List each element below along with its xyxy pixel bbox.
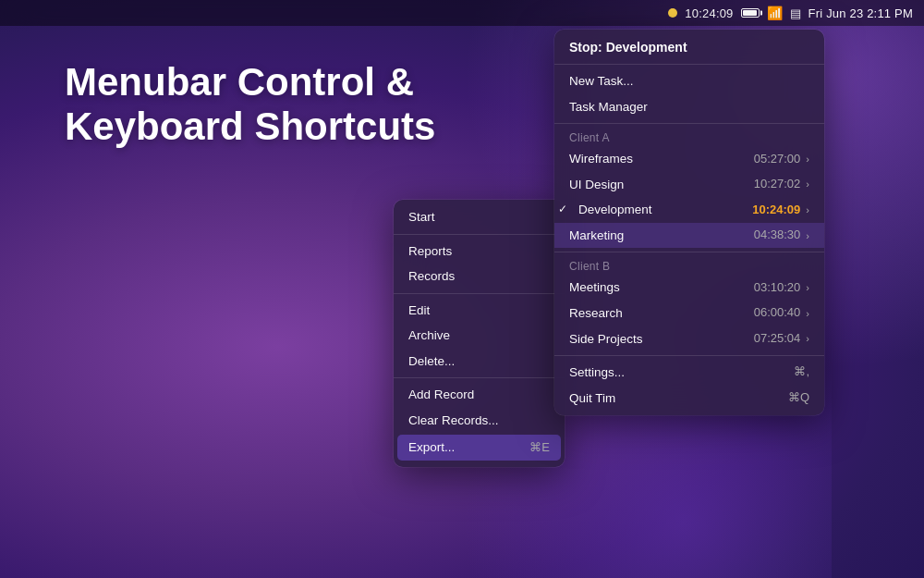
control-center-icon: ▤ [790, 6, 801, 20]
client-a-header: Client A [554, 128, 824, 146]
wireframes-arrow: › [806, 153, 809, 166]
quit-shortcut: ⌘Q [788, 390, 809, 406]
menu-item-side-projects[interactable]: Side Projects 07:25:04 › [554, 326, 824, 352]
menu-item-start-label: Start [408, 209, 550, 226]
divider-3 [394, 377, 565, 378]
divider-2 [394, 293, 565, 294]
ui-design-time: 10:27:02 [754, 177, 801, 192]
menu-item-meetings[interactable]: Meetings 03:10:20 › [554, 275, 824, 301]
menubar: 10:24:09 📶 ▤ Fri Jun 23 2:11 PM [0, 0, 924, 26]
menubar-date: Fri Jun 23 2:11 PM [808, 6, 913, 20]
menu-item-quit[interactable]: Quit Tim ⌘Q [554, 386, 824, 412]
side-projects-time: 07:25:04 [754, 331, 801, 347]
marketing-label: Marketing [569, 228, 747, 244]
side-projects-label: Side Projects [569, 331, 747, 348]
menubar-time: 10:24:09 [685, 6, 733, 20]
marketing-arrow: › [806, 229, 809, 242]
menu-item-task-manager[interactable]: Task Manager [554, 94, 824, 120]
menu-item-settings[interactable]: Settings... ⌘, [554, 360, 824, 386]
client-b-header: Client B [554, 256, 824, 275]
desktop-title: Menubar Control & Keyboard Shortcuts [65, 60, 435, 150]
menu-item-export-shortcut: ⌘E [529, 440, 550, 456]
meetings-arrow: › [806, 281, 809, 294]
battery-body [741, 8, 760, 18]
development-time: 10:24:09 [752, 203, 800, 218]
task-manager-label: Task Manager [569, 99, 809, 116]
menu-item-wireframes[interactable]: Wireframes 05:27:00 › [554, 146, 824, 172]
menu-item-delete-label: Delete... [408, 353, 550, 370]
menu-item-development[interactable]: ✓ Development 10:24:09 › [554, 197, 824, 223]
menu-item-clear-records-label: Clear Records... [408, 412, 550, 429]
battery-icon [741, 5, 760, 21]
menu-item-add-record-label: Add Record [408, 387, 550, 403]
menu-item-marketing[interactable]: Marketing 04:38:30 › [554, 223, 824, 249]
context-menu-left: Start Reports Records Edit Archive Delet… [394, 200, 565, 467]
settings-label: Settings... [569, 364, 794, 381]
rdivider-3 [554, 252, 824, 252]
menu-item-edit-label: Edit [408, 302, 550, 319]
ui-design-arrow: › [806, 178, 809, 191]
menu-item-edit[interactable]: Edit [394, 298, 565, 324]
wireframes-time: 05:27:00 [754, 152, 801, 167]
menu-item-records-label: Records [408, 268, 550, 285]
rdivider-4 [554, 355, 824, 356]
settings-shortcut: ⌘, [794, 364, 809, 380]
context-menu-right: Stop: Development New Task... Task Manag… [554, 30, 824, 415]
menu-item-archive[interactable]: Archive [394, 323, 565, 349]
ui-design-label: UI Design [569, 177, 747, 193]
menu-item-start[interactable]: Start [394, 204, 565, 230]
menu-item-clear-records[interactable]: Clear Records... [394, 408, 565, 434]
menu-item-reports[interactable]: Reports [394, 239, 565, 264]
menu-item-export[interactable]: Export... ⌘E [397, 435, 561, 461]
menu-item-research[interactable]: Research 06:00:40 › [554, 301, 824, 326]
battery-fill [743, 10, 757, 16]
title-line2: Keyboard Shortcuts [65, 105, 435, 149]
meetings-label: Meetings [569, 279, 747, 296]
menu-item-add-record[interactable]: Add Record [394, 382, 565, 408]
desktop: 10:24:09 📶 ▤ Fri Jun 23 2:11 PM Menubar … [0, 0, 924, 578]
menu-item-stop-development[interactable]: Stop: Development [554, 34, 824, 60]
menu-item-new-task[interactable]: New Task... [554, 68, 824, 94]
side-projects-arrow: › [806, 332, 809, 345]
menu-item-ui-design[interactable]: UI Design 10:27:02 › [554, 172, 824, 198]
stop-dev-label: Stop: Development [569, 39, 809, 55]
menu-item-archive-label: Archive [408, 327, 550, 344]
menubar-right: 10:24:09 📶 ▤ Fri Jun 23 2:11 PM [668, 5, 913, 21]
development-label: Development [569, 202, 745, 218]
rdivider-1 [554, 64, 824, 65]
quit-label: Quit Tim [569, 390, 788, 407]
menu-item-export-label: Export... [408, 439, 529, 456]
research-time: 06:00:40 [754, 305, 801, 321]
menu-item-delete[interactable]: Delete... [394, 349, 565, 375]
research-arrow: › [806, 307, 809, 320]
wifi-icon: 📶 [767, 6, 783, 20]
menu-item-records[interactable]: Records [394, 264, 565, 289]
wireframes-label: Wireframes [569, 151, 747, 167]
menu-item-reports-label: Reports [408, 243, 550, 260]
title-line1: Menubar Control & [65, 60, 435, 105]
new-task-label: New Task... [569, 73, 809, 90]
meetings-time: 03:10:20 [754, 280, 801, 296]
status-dot [668, 8, 677, 18]
divider-1 [394, 234, 565, 235]
rdivider-2 [554, 123, 824, 124]
research-label: Research [569, 305, 747, 322]
development-check: ✓ [558, 203, 567, 217]
marketing-time: 04:38:30 [754, 228, 801, 243]
development-arrow: › [806, 203, 809, 216]
